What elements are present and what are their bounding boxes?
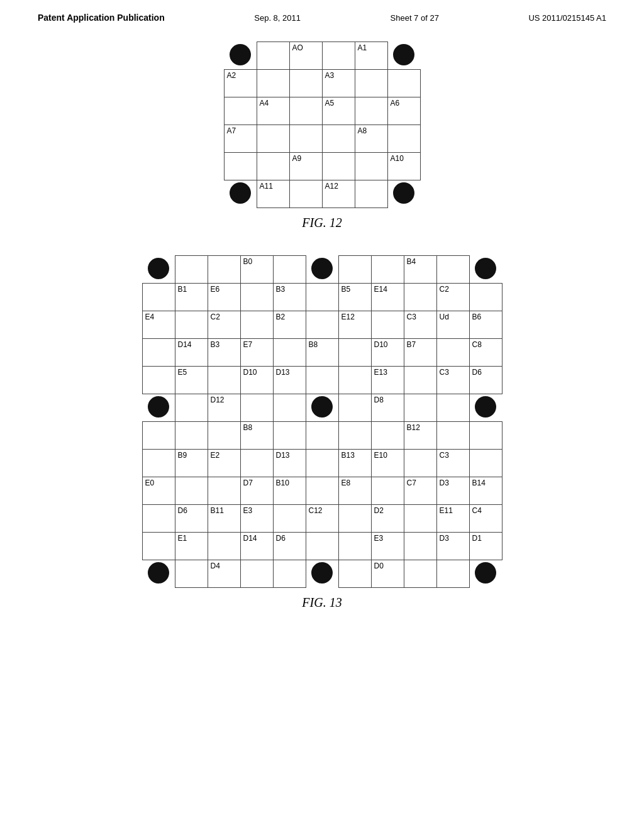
f13-r8c9: D3	[436, 477, 469, 505]
f13-r5c3	[240, 394, 273, 422]
f13-r4c3: D10	[240, 367, 273, 394]
fig13-grid: B0 B4 B1 E6 B3 B5	[142, 255, 502, 588]
header-date: Sep. 8, 2011	[254, 13, 301, 23]
f13-r11c2: D4	[208, 560, 240, 588]
corner-tr	[387, 42, 420, 70]
cell-r0c1	[257, 42, 289, 70]
corner-br	[387, 180, 420, 208]
f13-r7c6: B13	[338, 450, 371, 477]
f13-r10c5	[306, 533, 338, 560]
f13-r9c6	[338, 505, 371, 533]
f13-r11c1	[175, 560, 208, 588]
f13-r5c8	[404, 394, 436, 422]
cell-r2c3: A5	[322, 97, 355, 125]
f13-r10c3: D14	[240, 533, 273, 560]
f13-r2c3	[240, 311, 273, 339]
f13-r5c5	[306, 394, 338, 422]
f13-r11c4	[273, 560, 306, 588]
header-publication-label: Patent Application Publication	[38, 13, 165, 23]
f13-r0c0	[142, 256, 175, 284]
f13-r4c9: C3	[436, 367, 469, 394]
f13-r7c8	[404, 450, 436, 477]
cell-r4c2: A9	[289, 153, 322, 180]
f13-r3c3: E7	[240, 339, 273, 367]
f13-r5c1	[175, 394, 208, 422]
f13-r8c6: E8	[338, 477, 371, 505]
f13-r1c6: B5	[338, 284, 371, 311]
f13-r6c8: B12	[404, 422, 436, 450]
f13-r7c2: E2	[208, 450, 240, 477]
f13-r8c2	[208, 477, 240, 505]
f13-r4c0	[142, 367, 175, 394]
corner-tl	[224, 42, 257, 70]
f13-r11c6	[338, 560, 371, 588]
f13-r6c10	[469, 422, 502, 450]
f13-r5c10	[469, 394, 502, 422]
fig12-grid: AO A1 A2 A3 A4 A5	[224, 42, 421, 208]
f13-r9c3: E3	[240, 505, 273, 533]
f13-r9c7: D2	[371, 505, 404, 533]
f13-r6c1	[175, 422, 208, 450]
f13-r8c10: B14	[469, 477, 502, 505]
f13-r10c6	[338, 533, 371, 560]
f13-r5c7: D8	[371, 394, 404, 422]
f13-r3c8: B7	[404, 339, 436, 367]
fig13-caption: FIG. 13	[302, 595, 341, 610]
f13-r9c0	[142, 505, 175, 533]
f13-r10c1: E1	[175, 533, 208, 560]
f13-r4c7: E13	[371, 367, 404, 394]
f13-r11c5	[306, 560, 338, 588]
f13-r7c7: E10	[371, 450, 404, 477]
f13-r3c2: B3	[208, 339, 240, 367]
cell-r5c2	[289, 180, 322, 208]
cell-r4c3	[322, 153, 355, 180]
f13-r4c8	[404, 367, 436, 394]
f13-r2c5	[306, 311, 338, 339]
f13-r0c4	[273, 256, 306, 284]
header-sheet: Sheet 7 of 27	[391, 13, 439, 23]
f13-r4c6	[338, 367, 371, 394]
f13-r4c2	[208, 367, 240, 394]
f13-r8c4: B10	[273, 477, 306, 505]
f13-r0c3: B0	[240, 256, 273, 284]
f13-r7c0	[142, 450, 175, 477]
f13-r9c9: E11	[436, 505, 469, 533]
cell-r2c5: A6	[387, 97, 420, 125]
f13-r6c3: B8	[240, 422, 273, 450]
f13-r4c10: D6	[469, 367, 502, 394]
f13-r11c9	[436, 560, 469, 588]
f13-r8c5	[306, 477, 338, 505]
cell-r1c1	[257, 70, 289, 97]
f13-r11c8	[404, 560, 436, 588]
f13-r3c9	[436, 339, 469, 367]
page: Patent Application Publication Sep. 8, 2…	[0, 0, 644, 830]
f13-r0c6	[338, 256, 371, 284]
f13-r3c5: B8	[306, 339, 338, 367]
f13-r10c8	[404, 533, 436, 560]
cell-r5c1: A11	[257, 180, 289, 208]
cell-r2c1: A4	[257, 97, 289, 125]
fig12-caption: FIG. 12	[302, 216, 341, 230]
f13-r9c2: B11	[208, 505, 240, 533]
corner-bl	[224, 180, 257, 208]
cell-r5c3: A12	[322, 180, 355, 208]
cell-r4c5: A10	[387, 153, 420, 180]
f13-r3c7: D10	[371, 339, 404, 367]
cell-r4c1	[257, 153, 289, 180]
f13-r11c10	[469, 560, 502, 588]
f13-r7c3	[240, 450, 273, 477]
f13-r2c9: Ud	[436, 311, 469, 339]
f13-r2c1	[175, 311, 208, 339]
cell-r0c2: AO	[289, 42, 322, 70]
f13-r3c6	[338, 339, 371, 367]
f13-r4c5	[306, 367, 338, 394]
cell-r4c4	[355, 153, 387, 180]
f13-r6c5	[306, 422, 338, 450]
f13-r2c4: B2	[273, 311, 306, 339]
f13-r4c1: E5	[175, 367, 208, 394]
f13-r0c8: B4	[404, 256, 436, 284]
f13-r0c7	[371, 256, 404, 284]
cell-r3c0: A7	[224, 125, 257, 153]
page-header: Patent Application Publication Sep. 8, 2…	[38, 13, 606, 23]
f13-r7c10	[469, 450, 502, 477]
